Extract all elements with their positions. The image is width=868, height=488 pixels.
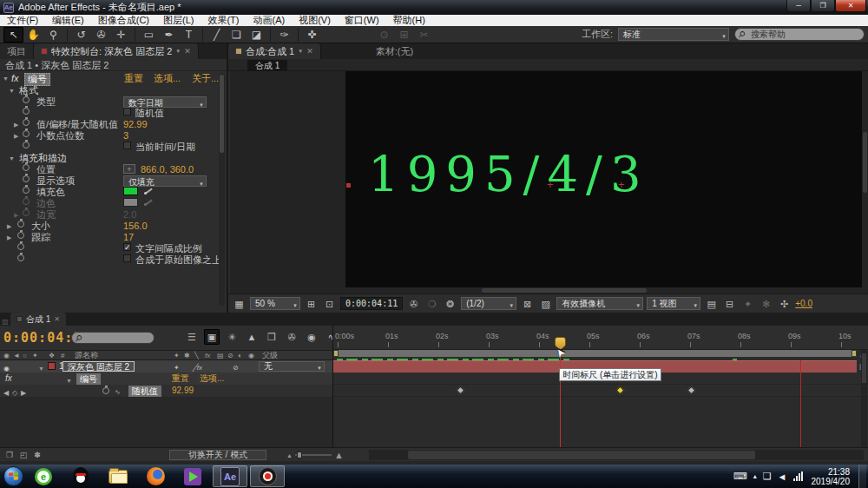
- taskbar-item-360-browser[interactable]: e: [26, 465, 61, 487]
- parent-select[interactable]: 无 ▼: [259, 361, 325, 372]
- hand-tool-icon[interactable]: ✋: [23, 27, 43, 43]
- property-name[interactable]: 随机值: [128, 386, 161, 398]
- stopwatch-icon[interactable]: [23, 119, 30, 126]
- expand-icon[interactable]: ▼: [9, 85, 15, 96]
- value-offset-value[interactable]: 92.99: [123, 119, 148, 130]
- help-search[interactable]: ⚲: [734, 28, 865, 41]
- expand-icon[interactable]: ▶: [14, 119, 18, 130]
- expand-layers-icon[interactable]: ❐: [3, 450, 16, 460]
- stopwatch-icon[interactable]: [23, 175, 30, 182]
- zoom-in-icon[interactable]: ▲: [334, 450, 344, 460]
- taskbar-item-explorer[interactable]: [101, 465, 135, 487]
- camera-select[interactable]: 有效摄像机▼: [556, 297, 643, 310]
- taskbar-item-screen-recorder[interactable]: [250, 465, 285, 487]
- scrollbar-vertical[interactable]: [862, 71, 868, 293]
- keyframe[interactable]: [457, 386, 465, 395]
- property-row[interactable]: ◀ ◇ ▶ ∿ 随机值 92.99: [0, 385, 332, 397]
- stopwatch-icon[interactable]: [17, 243, 24, 250]
- action-center-icon[interactable]: ❏: [763, 471, 772, 482]
- property-value[interactable]: 92.99: [172, 385, 194, 397]
- scrollbar-horizontal[interactable]: [230, 287, 862, 293]
- reset-link[interactable]: 重置: [124, 73, 143, 84]
- puppet-pin-tool-icon[interactable]: ✜: [302, 27, 322, 43]
- playhead-line[interactable]: [560, 348, 561, 447]
- taskbar-item-qq[interactable]: [63, 465, 98, 487]
- magnification-select[interactable]: 50 %▼: [250, 297, 300, 310]
- brush-tool-icon[interactable]: ╱: [207, 27, 227, 43]
- taskbar-item-after-effects[interactable]: Ae: [213, 465, 247, 487]
- position-crosshair-icon[interactable]: +: [123, 164, 135, 174]
- minimize-button[interactable]: ─: [786, 0, 811, 12]
- tab-close-icon[interactable]: ✕: [306, 47, 313, 56]
- live-update-icon[interactable]: ▣: [204, 329, 220, 345]
- stopwatch-icon[interactable]: [17, 254, 24, 261]
- chevron-down-icon[interactable]: ▼: [175, 49, 181, 54]
- expand-icon[interactable]: ▶: [7, 221, 11, 232]
- tab-composition[interactable]: 合成:合成 1 ▼ ✕: [228, 43, 321, 59]
- resolution-select[interactable]: (1/2)▼: [461, 297, 516, 310]
- tab-effect-controls[interactable]: 特效控制台: 深灰色 固态层 2 ▼ ✕: [34, 43, 199, 59]
- taskbar-item-firefox[interactable]: [138, 465, 173, 487]
- transparency-grid-icon[interactable]: ▨: [538, 297, 553, 311]
- tab-project[interactable]: 项目: [0, 43, 34, 59]
- size-value[interactable]: 156.0: [123, 221, 148, 232]
- zoom-tool-icon[interactable]: ⚲: [43, 27, 63, 43]
- reset-link[interactable]: 重置: [172, 373, 189, 385]
- snapshot-icon[interactable]: ✇: [406, 297, 421, 311]
- help-search-input[interactable]: [751, 29, 859, 40]
- draft-3d-icon[interactable]: ✳: [224, 329, 240, 345]
- speaker-icon[interactable]: ◄: [778, 472, 787, 482]
- show-snapshot-icon[interactable]: ❍: [424, 297, 439, 311]
- work-area-end-handle[interactable]: [852, 350, 857, 357]
- layer-color-label[interactable]: [48, 362, 56, 370]
- expand-inout-icon[interactable]: ✽: [31, 450, 43, 460]
- effect-name[interactable]: 编号: [76, 373, 101, 386]
- parent-column[interactable]: 父级: [262, 351, 278, 360]
- flowchart-icon[interactable]: ⊟: [722, 297, 737, 311]
- group-format[interactable]: ▼ 格式: [0, 85, 219, 96]
- tab-close-icon[interactable]: ✕: [54, 315, 60, 323]
- rotate-tool-icon[interactable]: ↺: [71, 27, 91, 43]
- expand-icon[interactable]: ▶: [14, 130, 18, 142]
- fast-previews-icon[interactable]: ✻: [759, 297, 773, 311]
- region-of-interest-icon[interactable]: ⊠: [520, 297, 535, 311]
- stopwatch-icon[interactable]: [23, 108, 30, 115]
- channels-icon[interactable]: ❂: [443, 297, 457, 311]
- chevron-down-icon[interactable]: ▼: [298, 49, 303, 54]
- taskbar-clock[interactable]: 21:38 2019/4/20: [812, 467, 851, 486]
- anchor-point-icon[interactable]: +: [618, 179, 625, 190]
- start-button[interactable]: [3, 466, 23, 486]
- composite-checkbox[interactable]: [123, 254, 131, 262]
- mini-flowchart-icon[interactable]: ☰: [184, 329, 200, 345]
- stopwatch-icon[interactable]: [23, 164, 30, 171]
- position-value[interactable]: 866.0, 360.0: [141, 164, 194, 175]
- text-tool-icon[interactable]: T: [179, 27, 199, 43]
- exposure-icon[interactable]: ✣: [777, 297, 792, 311]
- layer-row[interactable]: ◉ ▼ 1 深灰色 固态层 2 ✦ ╱fx ⊘ 无 ▼: [0, 360, 332, 373]
- stopwatch-icon[interactable]: [23, 130, 30, 137]
- work-area-bar[interactable]: [333, 350, 857, 357]
- timeline-jump-icon[interactable]: ▤: [704, 297, 719, 311]
- keyframe[interactable]: [687, 386, 696, 395]
- eraser-tool-icon[interactable]: ◪: [247, 27, 266, 43]
- panel-grip-icon[interactable]: ▨: [0, 318, 10, 326]
- eyedropper-icon[interactable]: [143, 187, 154, 195]
- shy-layers-icon[interactable]: ▲: [244, 329, 260, 345]
- motion-blur-icon[interactable]: ✇: [284, 329, 299, 345]
- expand-icon[interactable]: ▶: [7, 232, 11, 243]
- menu-effect[interactable]: 效果(T): [201, 15, 246, 26]
- stopwatch-icon[interactable]: [23, 96, 30, 103]
- menu-file[interactable]: 文件(F): [0, 15, 45, 26]
- comp-canvas[interactable]: 1995/4/3 + +: [230, 71, 862, 293]
- tray-expand-icon[interactable]: ▴: [753, 472, 757, 480]
- close-button[interactable]: ✕: [835, 0, 866, 12]
- grid-options-icon[interactable]: ▦: [232, 297, 247, 311]
- mask-visibility-icon[interactable]: ⊡: [322, 297, 337, 311]
- menu-layer[interactable]: 图层(L): [156, 15, 201, 26]
- stopwatch-icon[interactable]: [23, 187, 30, 194]
- stopwatch-icon[interactable]: [102, 387, 109, 394]
- input-method-icon[interactable]: ⌨: [733, 471, 747, 482]
- layer-name[interactable]: 深灰色 固态层 2: [62, 361, 135, 372]
- menu-composition[interactable]: 图像合成(C): [91, 15, 156, 26]
- menu-window[interactable]: 窗口(W): [338, 15, 386, 26]
